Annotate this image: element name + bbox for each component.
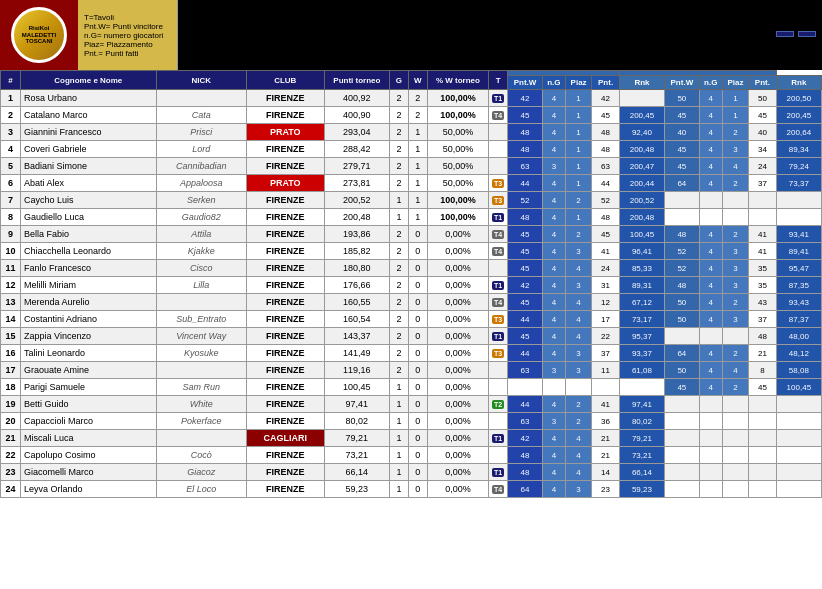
club-cell: FIRENZE bbox=[246, 345, 324, 362]
pos-cell: 17 bbox=[1, 362, 21, 379]
t-cell: T1 bbox=[489, 209, 508, 226]
c2-ng-cell: 4 bbox=[699, 260, 722, 277]
c1-pnt-cell: 24 bbox=[592, 260, 620, 277]
c2-piaz-cell: 3 bbox=[722, 311, 748, 328]
c1-piaz-cell: 1 bbox=[565, 158, 591, 175]
club-cell: FIRENZE bbox=[246, 396, 324, 413]
col-c1-piaz: Piaz bbox=[565, 76, 591, 90]
c2-ng-cell bbox=[699, 192, 722, 209]
rnk-cell: 200,44 bbox=[619, 175, 664, 192]
pos-cell: 10 bbox=[1, 243, 21, 260]
rnk-cell: 200,47 bbox=[619, 158, 664, 175]
c2-pntw-cell: 64 bbox=[665, 175, 700, 192]
g-cell: 2 bbox=[390, 243, 409, 260]
c1-pntw-cell: 48 bbox=[508, 141, 543, 158]
c1-pntw-cell: 48 bbox=[508, 209, 543, 226]
c2-pnt-cell: 48 bbox=[749, 328, 777, 345]
g-cell: 2 bbox=[390, 311, 409, 328]
date1 bbox=[776, 31, 794, 37]
w-cell: 0 bbox=[408, 294, 427, 311]
name-cell: Capolupo Cosimo bbox=[21, 447, 157, 464]
w-cell: 2 bbox=[408, 90, 427, 107]
pts-cell: 400,92 bbox=[324, 90, 389, 107]
rnk-cell: 100,45 bbox=[619, 226, 664, 243]
pts-cell: 97,41 bbox=[324, 396, 389, 413]
pct-cell: 0,00% bbox=[427, 447, 488, 464]
c1-pntw-cell: 48 bbox=[508, 124, 543, 141]
w-cell: 1 bbox=[408, 158, 427, 175]
club-cell: CAGLIARI bbox=[246, 430, 324, 447]
table-row: 17 Graouate Amine FIRENZE 119,16 2 0 0,0… bbox=[1, 362, 822, 379]
col-name: Cognome e Nome bbox=[21, 71, 157, 90]
col-c2-pnt: Pnt. bbox=[749, 76, 777, 90]
g-cell: 1 bbox=[390, 396, 409, 413]
c1-pnt-cell: 45 bbox=[592, 107, 620, 124]
c2-pnt-cell: 21 bbox=[749, 345, 777, 362]
empty-cell bbox=[776, 413, 821, 430]
c1-pntw-cell: 45 bbox=[508, 294, 543, 311]
c2-pntw-cell: 50 bbox=[665, 294, 700, 311]
g-cell: 2 bbox=[390, 260, 409, 277]
c1-pntw-cell: 45 bbox=[508, 243, 543, 260]
club-cell: FIRENZE bbox=[246, 447, 324, 464]
nick-cell: Lord bbox=[156, 141, 246, 158]
c2-pntw-cell: 40 bbox=[665, 124, 700, 141]
w-cell: 0 bbox=[408, 362, 427, 379]
rnk-cell: 200,64 bbox=[776, 124, 821, 141]
pos-cell: 1 bbox=[1, 90, 21, 107]
name-cell: Fanlo Francesco bbox=[21, 260, 157, 277]
c1-ng-cell: 4 bbox=[542, 430, 565, 447]
col-c1-ng: n.G bbox=[542, 76, 565, 90]
c1-pntw-cell: 44 bbox=[508, 175, 543, 192]
c1-ng-cell: 4 bbox=[542, 396, 565, 413]
c2-piaz-cell: 4 bbox=[722, 362, 748, 379]
pos-cell: 7 bbox=[1, 192, 21, 209]
pts-cell: 100,45 bbox=[324, 379, 389, 396]
c2-pnt-cell bbox=[749, 413, 777, 430]
c2-pnt-cell: 24 bbox=[749, 158, 777, 175]
c1-pnt-cell: 48 bbox=[592, 209, 620, 226]
pts-cell: 185,82 bbox=[324, 243, 389, 260]
c1-ng-cell: 4 bbox=[542, 345, 565, 362]
c2-pnt-cell: 37 bbox=[749, 311, 777, 328]
c1-ng-cell: 4 bbox=[542, 226, 565, 243]
club-cell: FIRENZE bbox=[246, 226, 324, 243]
t-cell: T3 bbox=[489, 345, 508, 362]
c1-pntw-cell bbox=[508, 379, 543, 396]
pct-cell: 0,00% bbox=[427, 345, 488, 362]
c1-ng-cell: 4 bbox=[542, 124, 565, 141]
col-c2-rnk: Rnk bbox=[776, 76, 821, 90]
g-cell: 1 bbox=[390, 430, 409, 447]
table-row: 21 Miscali Luca CAGLIARI 79,21 1 0 0,00%… bbox=[1, 430, 822, 447]
nick-cell: Pokerface bbox=[156, 413, 246, 430]
pts-cell: 73,21 bbox=[324, 447, 389, 464]
nick-cell: Prisci bbox=[156, 124, 246, 141]
c1-pntw-cell: 42 bbox=[508, 430, 543, 447]
rnk-cell: 96,41 bbox=[619, 243, 664, 260]
c2-piaz-cell bbox=[722, 209, 748, 226]
c2-pnt-cell bbox=[749, 430, 777, 447]
t-cell: T2 bbox=[489, 396, 508, 413]
empty-cell bbox=[619, 90, 664, 107]
c2-piaz-cell bbox=[722, 192, 748, 209]
nick-cell bbox=[156, 430, 246, 447]
w-cell: 0 bbox=[408, 226, 427, 243]
c1-pnt-cell: 41 bbox=[592, 396, 620, 413]
c2-piaz-cell: 2 bbox=[722, 124, 748, 141]
col-c2-rnk-prev: Rnk bbox=[619, 76, 664, 90]
c2-pnt-cell: 34 bbox=[749, 141, 777, 158]
empty-cell bbox=[776, 464, 821, 481]
t-cell: T3 bbox=[489, 311, 508, 328]
w-cell: 2 bbox=[408, 107, 427, 124]
c2-pnt-cell: 35 bbox=[749, 277, 777, 294]
rnk-cell: 95,47 bbox=[776, 260, 821, 277]
w-cell: 0 bbox=[408, 345, 427, 362]
t-cell: T1 bbox=[489, 90, 508, 107]
c1-ng-cell: 4 bbox=[542, 277, 565, 294]
c1-ng-cell: 4 bbox=[542, 481, 565, 498]
pts-cell: 160,55 bbox=[324, 294, 389, 311]
g-cell: 2 bbox=[390, 141, 409, 158]
pos-cell: 9 bbox=[1, 226, 21, 243]
col-g: G bbox=[390, 71, 409, 90]
c2-ng-cell: 4 bbox=[699, 294, 722, 311]
